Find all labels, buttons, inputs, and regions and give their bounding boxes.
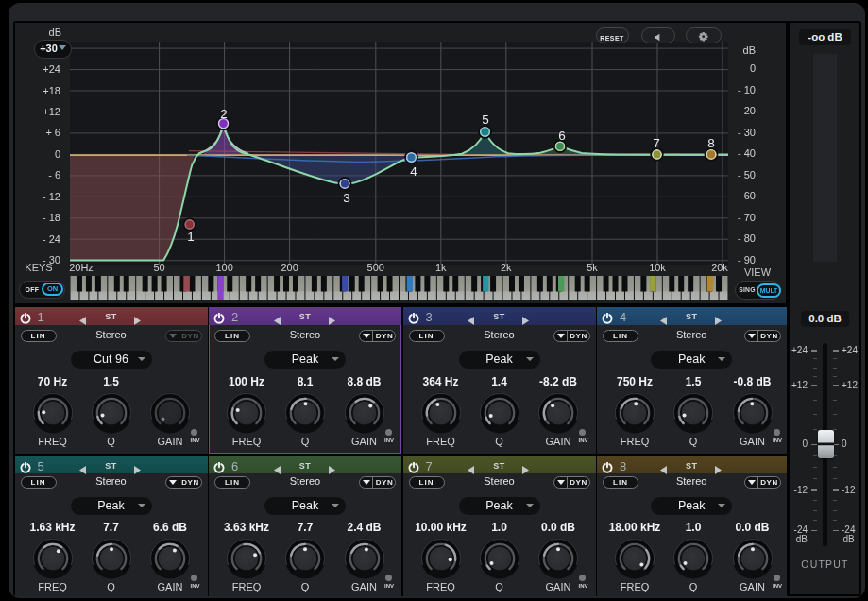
svg-text:1: 1 [187,230,195,244]
svg-text:8: 8 [707,136,715,150]
svg-text:6: 6 [558,129,566,143]
svg-text:7: 7 [653,136,660,150]
svg-text:4: 4 [410,164,417,179]
svg-text:3: 3 [343,191,350,205]
svg-text:5: 5 [482,112,489,127]
svg-text:2: 2 [220,107,228,121]
